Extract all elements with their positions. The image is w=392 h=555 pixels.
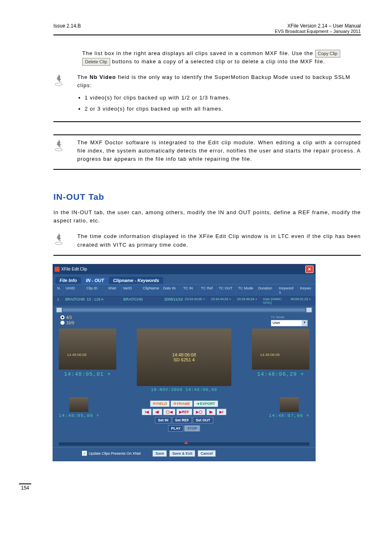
out-view: 14:48:06:08 14:48:06,29 × [252,328,309,392]
intro-text-1: The list box in the right area displays … [82,50,315,56]
timeline[interactable] [59,442,309,446]
playhead-icon[interactable] [184,441,188,444]
update-xnet-checkbox[interactable]: ✓ [82,451,87,456]
out-thumbnail[interactable]: 14:48:06:08 [252,328,309,370]
main-timecode: 19-NOV-2008 14:48:06,00 [151,388,217,392]
separator [53,134,361,135]
set-ref-button[interactable]: Set REF [172,417,192,423]
radio-4-3[interactable] [60,315,65,319]
intro-text-2: buttons to make a copy of a selected cli… [112,58,325,65]
separator [53,169,361,170]
step-back-button[interactable]: ▢◀ [163,409,175,415]
stop-button[interactable]: STOP [184,425,200,432]
cancel-button[interactable]: Cancel [198,450,216,457]
section-title: IN-OUT Tab [53,192,361,202]
header-right-1: XFile Version 2.14 – User Manual [275,23,361,29]
header-right-2: EVS Broadcast Equipment – January 2011 [275,29,361,34]
lower-in-tc: 14:48:05,00 × [59,413,99,418]
tc-mode-label: TC Mode [271,315,308,319]
set-out-button[interactable]: Set OUT [193,417,213,423]
note-icon [53,74,66,88]
table-row[interactable]: 1 BRAITCHI0 13 - 119 A BRAITCHI0 2008/11… [53,296,315,305]
note2-text: The MXF Doctor software is integrated to… [77,139,361,163]
step-fwd-button[interactable]: ▶▢ [193,409,205,415]
prev-frame-button[interactable]: ◀I [152,409,162,415]
lower-in-thumb[interactable] [69,397,88,412]
copy-clip-button-image: Copy Clip [315,50,341,58]
separator [53,121,361,122]
note-icon [53,233,66,247]
play-button[interactable]: PLAY [168,425,183,432]
save-button[interactable]: Save [152,450,167,457]
update-xnet-label: Update Clips Presents On XNet [89,451,141,456]
xfile-edit-clip-window: XFile Edit Clip × File Info IN - OUT Cli… [53,264,316,461]
frame-button[interactable]: ⟳ FRAME [171,400,193,407]
nb-video-label: Nb Video [90,74,116,80]
note-icon [53,139,66,153]
note1-text: The Nb Video field is the only way to id… [77,73,361,90]
close-icon[interactable]: × [305,266,314,273]
goto-end-button[interactable]: ▶I [217,409,226,415]
svg-point-0 [55,83,62,86]
field-button[interactable]: ⟳ FIELD [150,400,170,407]
in-thumbnail[interactable]: 14:48:06:08 [59,328,116,370]
header-left: Issue 2.14.B [53,23,81,34]
window-title: XFile Edit Clip [61,267,87,271]
tab-file-info[interactable]: File Info [55,277,81,284]
section-paragraph: In the IN-OUT tab, the user can, among o… [53,208,361,225]
ref-button[interactable]: ▶REF [176,409,192,415]
goto-start-button[interactable]: I◀ [142,409,152,415]
set-in-button[interactable]: Set IN [155,417,171,423]
lower-out-thumb[interactable] [280,397,299,412]
save-exit-button[interactable]: Save & Exit [169,450,195,457]
svg-point-1 [55,148,62,151]
main-view: 14:48:06:08 SD 6251 4 19-NOV-2008 14:48:… [137,328,231,392]
page-header: Issue 2.14.B XFile Version 2.14 – User M… [53,23,361,35]
tc-mode-panel: TC Mode User ▾ [271,315,308,326]
delete-clip-button-image: Delete Clip [82,58,110,66]
horizontal-scrollbar[interactable] [55,307,313,313]
intro-paragraph: The list box in the right area displays … [82,49,361,66]
grid-header: N. UmID Clip ID XNet VarID ClipName Date… [53,284,315,296]
tab-clipname-keywords[interactable]: Clipname - Keywords [109,277,163,284]
note1-bullet-1: 1 video(s) for clips backed up with 1/2 … [85,94,361,102]
separator [53,255,361,256]
export-button[interactable]: ➔ EXPORT [194,400,218,407]
page-number: 154 [19,483,31,491]
tc-mode-combo[interactable]: User ▾ [271,320,308,326]
note1-bullet-2: 2 or 3 video(s) for clips backed up with… [85,105,361,113]
main-thumbnail[interactable]: 14:48:06:08 SD 6251 4 [137,328,231,386]
lower-out-tc: 14:48:07,00 × [269,413,309,418]
radio-16-9[interactable] [60,321,65,325]
tab-in-out[interactable]: IN - OUT [82,277,108,284]
tab-bar: File Info IN - OUT Clipname - Keywords [53,274,315,284]
svg-point-2 [55,242,62,245]
in-timecode: 14:48:05,01 × [64,371,111,377]
in-view: 14:48:06:08 14:48:05,01 × [59,328,116,392]
transport-controls: ⟳ FIELD ⟳ FRAME ➔ EXPORT I◀ ◀I ▢◀ ▶REF ▶… [142,400,226,432]
note3-text: The time code information displayed in t… [77,232,361,249]
chevron-down-icon: ▾ [302,320,307,326]
next-frame-button[interactable]: I▶ [206,409,216,415]
out-timecode: 14:48:06,29 × [257,371,304,377]
app-icon [55,267,60,272]
